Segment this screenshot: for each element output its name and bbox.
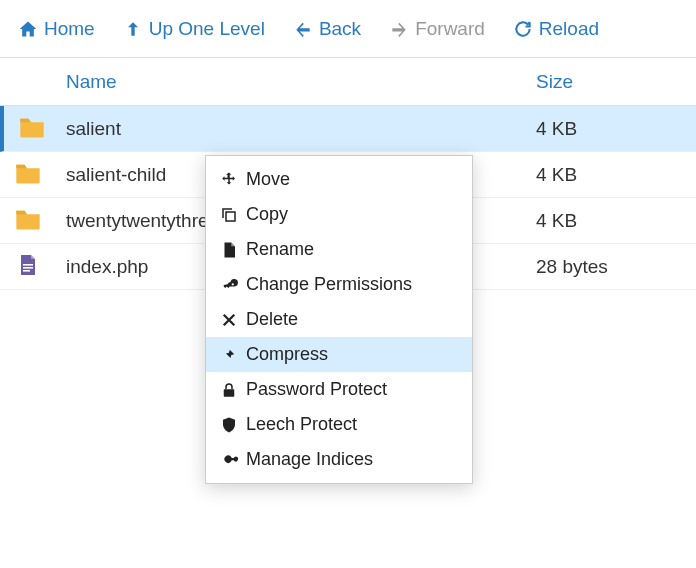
context-menu-label: Leech Protect	[246, 414, 357, 435]
up-arrow-icon	[123, 19, 143, 39]
forward-arrow-icon	[389, 19, 409, 39]
svg-rect-0	[23, 264, 33, 266]
context-menu-manage-indices[interactable]: Manage Indices	[206, 442, 472, 477]
context-menu-label: Compress	[246, 344, 328, 365]
svg-rect-5	[224, 389, 235, 397]
folder-icon	[14, 161, 42, 185]
forward-button[interactable]: Forward	[389, 18, 485, 40]
svg-rect-3	[226, 212, 235, 221]
file-size: 4 KB	[526, 164, 696, 186]
up-label: Up One Level	[149, 18, 265, 40]
svg-rect-1	[23, 267, 33, 269]
context-menu-rename[interactable]: Rename	[206, 232, 472, 267]
file-size: 4 KB	[526, 210, 696, 232]
context-menu-label: Move	[246, 169, 290, 190]
context-menu-delete[interactable]: Delete	[206, 302, 472, 337]
back-arrow-icon	[293, 19, 313, 39]
back-label: Back	[319, 18, 361, 40]
indices-icon	[220, 451, 238, 469]
column-header-size[interactable]: Size	[526, 71, 696, 93]
context-menu: MoveCopyRenameChange PermissionsDeleteCo…	[205, 155, 473, 484]
context-menu-copy[interactable]: Copy	[206, 197, 472, 232]
folder-icon	[18, 115, 46, 139]
table-header: Name Size	[0, 58, 696, 106]
context-menu-move[interactable]: Move	[206, 162, 472, 197]
back-button[interactable]: Back	[293, 18, 361, 40]
file-size: 4 KB	[526, 118, 696, 140]
context-menu-label: Change Permissions	[246, 274, 412, 295]
home-button[interactable]: Home	[18, 18, 95, 40]
table-row[interactable]: salient4 KB	[0, 106, 696, 152]
context-menu-change-permissions[interactable]: Change Permissions	[206, 267, 472, 302]
password-icon	[220, 381, 238, 399]
folder-icon	[14, 207, 42, 231]
context-menu-leech-protect[interactable]: Leech Protect	[206, 407, 472, 442]
context-menu-label: Rename	[246, 239, 314, 260]
toolbar: Home Up One Level Back Forward Reload	[0, 0, 696, 58]
context-menu-password-protect[interactable]: Password Protect	[206, 372, 472, 407]
leech-icon	[220, 416, 238, 434]
home-icon	[18, 19, 38, 39]
reload-button[interactable]: Reload	[513, 18, 599, 40]
compress-icon	[220, 346, 238, 364]
file-name: salient	[60, 118, 526, 140]
permissions-icon	[220, 276, 238, 294]
context-menu-label: Copy	[246, 204, 288, 225]
forward-label: Forward	[415, 18, 485, 40]
context-menu-label: Manage Indices	[246, 449, 373, 470]
column-header-name[interactable]: Name	[60, 71, 526, 93]
home-label: Home	[44, 18, 95, 40]
up-one-level-button[interactable]: Up One Level	[123, 18, 265, 40]
move-icon	[220, 171, 238, 189]
reload-icon	[513, 19, 533, 39]
context-menu-label: Password Protect	[246, 379, 387, 400]
copy-icon	[220, 206, 238, 224]
reload-label: Reload	[539, 18, 599, 40]
svg-point-4	[232, 283, 234, 285]
delete-icon	[220, 311, 238, 329]
file-icon	[14, 253, 42, 277]
rename-icon	[220, 241, 238, 259]
context-menu-compress[interactable]: Compress	[206, 337, 472, 372]
context-menu-label: Delete	[246, 309, 298, 330]
file-size: 28 bytes	[526, 256, 696, 278]
svg-rect-2	[23, 270, 30, 272]
